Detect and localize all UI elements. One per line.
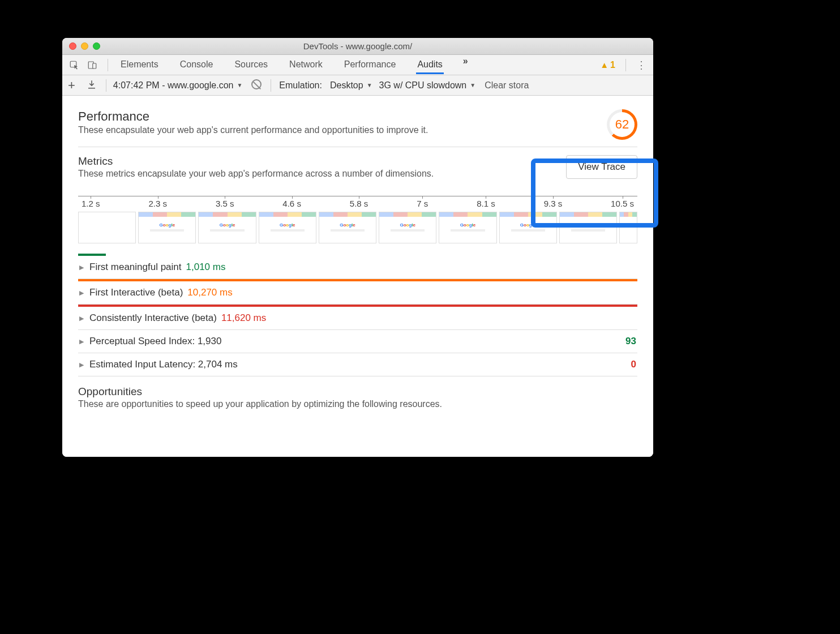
filmstrip-frame[interactable]: Google: [439, 212, 496, 243]
tick: 4.6 s: [282, 199, 301, 208]
tick: 10.5 s: [611, 199, 634, 208]
filmstrip-frame[interactable]: Google: [499, 212, 557, 243]
tab-console[interactable]: Console: [179, 56, 215, 74]
metric-name: First meaningful paint: [89, 262, 182, 273]
metric-row[interactable]: ▶Consistently Interactive (beta)11,620 m…: [78, 307, 637, 330]
window-controls: [62, 42, 100, 50]
tabs-overflow-button[interactable]: »: [463, 56, 468, 74]
tick: 1.2 s: [82, 199, 100, 208]
metric-row[interactable]: ▶First meaningful paint1,010 ms: [78, 256, 637, 279]
tick: 9.3 s: [544, 199, 563, 208]
metric-row[interactable]: ▶Estimated Input Latency: 2,704 ms0: [78, 353, 637, 376]
metric-row[interactable]: ▶First Interactive (beta)10,270 ms: [78, 281, 637, 305]
metric-row[interactable]: ▶Perceptual Speed Index: 1,93093: [78, 330, 637, 353]
divider: [625, 59, 626, 71]
metrics-section-title: Metrics: [78, 155, 434, 168]
metric-score: 0: [631, 359, 636, 370]
performance-section-title: Performance: [78, 109, 428, 124]
clear-icon-button[interactable]: [246, 79, 267, 92]
svg-rect-2: [93, 63, 96, 68]
fullscreen-window-button[interactable]: [93, 42, 100, 50]
performance-score-gauge: 62: [607, 109, 637, 140]
metric-value: 11,620 ms: [221, 312, 266, 324]
metric-value: 1,010 ms: [186, 262, 226, 273]
disclosure-triangle-icon: ▶: [79, 289, 84, 297]
filmstrip-frame[interactable]: Google: [138, 212, 196, 243]
audits-toolbar: + 4:07:42 PM - www.google.con ▼ Emulatio…: [62, 75, 653, 96]
filmstrip-frame[interactable]: Google: [379, 212, 436, 243]
timeline-ticks: 1.2 s 2.3 s 3.5 s 4.6 s 5.8 s 7 s 8.1 s …: [78, 196, 637, 208]
report-selector[interactable]: 4:07:42 PM - www.google.con ▼: [110, 80, 246, 91]
metric-name: Consistently Interactive (beta): [89, 312, 217, 324]
tab-elements[interactable]: Elements: [119, 56, 160, 74]
warning-icon: ▲: [600, 60, 608, 70]
emulation-device-dropdown[interactable]: Desktop ▼: [327, 80, 376, 91]
opportunities-title: Opportunities: [78, 385, 637, 398]
view-trace-button[interactable]: View Trace: [566, 155, 637, 179]
divider: [108, 59, 108, 71]
device-toolbar-icon[interactable]: [87, 60, 97, 70]
metric-name: Estimated Input Latency: 2,704 ms: [89, 359, 238, 370]
tick: 8.1 s: [477, 199, 495, 208]
metric-score: 93: [625, 336, 636, 347]
filmstrip-frame[interactable]: [78, 212, 136, 243]
emulation-label: Emulation:: [275, 80, 327, 91]
tick: 7 s: [417, 199, 428, 208]
tab-performance[interactable]: Performance: [343, 56, 397, 74]
metric-name: Perceptual Speed Index: 1,930: [89, 336, 221, 347]
disclosure-triangle-icon: ▶: [79, 361, 84, 369]
download-report-button[interactable]: [81, 79, 102, 92]
tab-network[interactable]: Network: [288, 56, 324, 74]
titlebar: DevTools - www.google.com/: [62, 38, 653, 55]
more-options-button[interactable]: ⋮: [629, 59, 653, 71]
filmstrip-frame[interactable]: Google: [259, 212, 316, 243]
tick: 2.3 s: [148, 199, 167, 208]
warning-count: 1: [610, 60, 615, 70]
filmstrip-frame[interactable]: Google: [319, 212, 376, 243]
filmstrip-frame[interactable]: Google: [198, 212, 256, 243]
opportunities-desc: These are opportunities to speed up your…: [78, 399, 637, 409]
warnings-badge[interactable]: ▲ 1: [600, 60, 622, 70]
window-title: DevTools - www.google.com/: [62, 41, 653, 51]
performance-score: 62: [610, 112, 635, 137]
timeline: 1.2 s 2.3 s 3.5 s 4.6 s 5.8 s 7 s 8.1 s …: [78, 196, 637, 243]
filmstrip: Google Google Google Google Google Googl…: [78, 212, 637, 243]
metric-rows: ▶First meaningful paint1,010 ms▶First In…: [78, 254, 637, 376]
clear-storage-option[interactable]: Clear stora: [479, 80, 534, 91]
caret-down-icon: ▼: [237, 82, 242, 88]
metrics-section-desc: These metrics encapsulate your web app's…: [78, 169, 434, 179]
throttling-dropdown[interactable]: 3G w/ CPU slowdown ▼: [376, 80, 479, 91]
close-window-button[interactable]: [69, 42, 76, 50]
metric-value: 10,270 ms: [187, 287, 232, 298]
audit-report: Performance These encapsulate your web a…: [62, 96, 653, 457]
new-audit-button[interactable]: +: [62, 78, 81, 93]
disclosure-triangle-icon: ▶: [79, 315, 84, 322]
performance-section-desc: These encapsulate your web app's current…: [78, 125, 428, 135]
download-icon: [87, 79, 97, 89]
filmstrip-frame[interactable]: Google: [559, 212, 617, 243]
tab-sources[interactable]: Sources: [233, 56, 269, 74]
divider: [106, 79, 106, 92]
metric-name: First Interactive (beta): [89, 287, 183, 298]
filmstrip-frame[interactable]: [619, 212, 637, 243]
disclosure-triangle-icon: ▶: [79, 264, 84, 271]
disclosure-triangle-icon: ▶: [79, 338, 84, 345]
caret-down-icon: ▼: [367, 82, 372, 88]
tab-audits[interactable]: Audits: [416, 56, 443, 74]
panel-tabs: Elements Console Sources Network Perform…: [62, 55, 653, 75]
report-label: 4:07:42 PM - www.google.con: [113, 80, 234, 91]
tick: 5.8 s: [350, 199, 368, 208]
minimize-window-button[interactable]: [81, 42, 88, 50]
clear-icon: [251, 79, 262, 89]
tick: 3.5 s: [216, 199, 234, 208]
caret-down-icon: ▼: [470, 82, 475, 88]
inspect-element-icon[interactable]: [69, 60, 79, 70]
divider: [271, 79, 271, 92]
devtools-window: DevTools - www.google.com/ Elements Cons…: [62, 38, 653, 457]
